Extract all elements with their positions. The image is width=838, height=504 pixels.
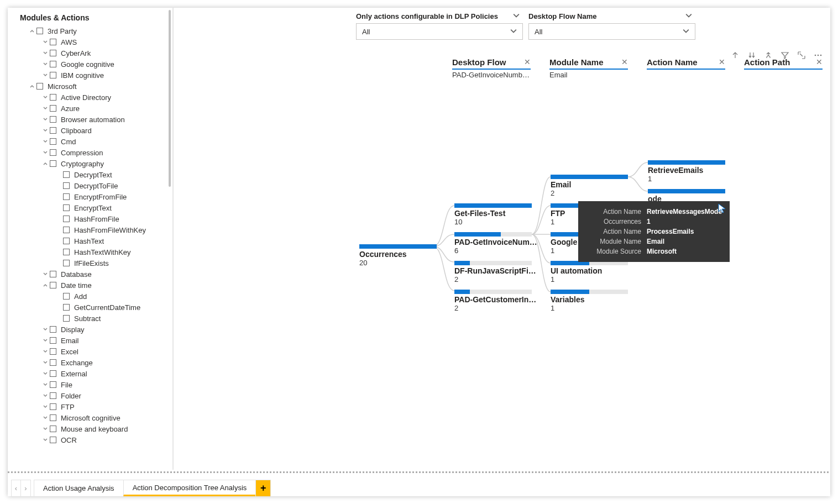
caret-down-icon[interactable] — [41, 71, 50, 80]
tree-item[interactable]: FTP — [14, 401, 172, 412]
checkbox[interactable] — [50, 426, 56, 432]
checkbox[interactable] — [63, 216, 70, 222]
tree-item[interactable]: Compression — [14, 147, 172, 158]
checkbox[interactable] — [50, 127, 56, 134]
tree-item[interactable]: Microsoft cognitive — [14, 412, 172, 423]
checkbox[interactable] — [50, 337, 56, 344]
decomp-node[interactable]: Get-Files-Test10 — [454, 203, 532, 226]
tree-item[interactable]: HashFromFileWithKey — [14, 224, 172, 235]
checkbox[interactable] — [50, 160, 56, 167]
tree-item[interactable]: IfFileExists — [14, 258, 172, 269]
checkbox[interactable] — [50, 392, 56, 399]
decomp-node[interactable]: PAD-GetCustomerInfo…2 — [454, 290, 537, 312]
caret-down-icon[interactable] — [41, 137, 50, 146]
tree-item[interactable]: Google cognitive — [14, 59, 172, 70]
caret-down-icon[interactable] — [41, 115, 50, 124]
caret-up-icon[interactable] — [41, 159, 50, 168]
checkbox[interactable] — [50, 72, 56, 78]
decomp-node[interactable]: UI automation1 — [551, 261, 628, 284]
checkbox[interactable] — [63, 204, 70, 211]
checkbox[interactable] — [36, 28, 43, 34]
checkbox[interactable] — [50, 39, 56, 45]
checkbox[interactable] — [63, 304, 70, 311]
tree-item[interactable]: DecryptText — [14, 169, 172, 180]
tree-item[interactable]: AWS — [14, 36, 172, 48]
checkbox[interactable] — [63, 171, 70, 178]
checkbox[interactable] — [50, 61, 56, 67]
caret-down-icon[interactable] — [41, 126, 50, 135]
tree-item[interactable]: Azure — [14, 103, 172, 114]
checkbox[interactable] — [36, 83, 43, 90]
tree-item[interactable]: Display — [14, 324, 172, 335]
checkbox[interactable] — [50, 116, 56, 123]
checkbox[interactable] — [50, 326, 56, 333]
caret-down-icon[interactable] — [41, 435, 50, 444]
tree-item[interactable]: Date time — [14, 280, 172, 291]
tree-item[interactable]: Exchange — [14, 357, 172, 368]
tree-item[interactable]: HashText — [14, 235, 172, 246]
tree-item[interactable]: Cmd — [14, 136, 172, 147]
tree-item[interactable]: OCR — [14, 434, 172, 445]
caret-down-icon[interactable] — [41, 325, 50, 334]
checkbox[interactable] — [50, 282, 56, 288]
caret-down-icon[interactable] — [41, 270, 50, 279]
checkbox[interactable] — [50, 348, 56, 355]
tree-item[interactable]: Cryptography — [14, 158, 172, 169]
caret-up-icon[interactable] — [41, 281, 50, 290]
tabs-prev-icon[interactable]: ‹ — [11, 480, 21, 496]
caret-down-icon[interactable] — [41, 369, 50, 378]
caret-down-icon[interactable] — [41, 402, 50, 411]
tree-item[interactable]: File — [14, 379, 172, 390]
decomp-node[interactable]: Variables1 — [551, 290, 628, 312]
tabs-next-icon[interactable]: › — [21, 480, 31, 496]
checkbox[interactable] — [50, 403, 56, 410]
checkbox[interactable] — [63, 227, 70, 233]
tree-item[interactable]: Add — [14, 291, 172, 302]
caret-up-icon[interactable] — [28, 27, 36, 35]
checkbox[interactable] — [50, 370, 56, 377]
tree-item[interactable]: Microsoft — [14, 81, 172, 92]
checkbox[interactable] — [50, 105, 56, 112]
modules-actions-panel[interactable]: Modules & Actions 3rd PartyAWSCyberArkGo… — [8, 8, 174, 470]
checkbox[interactable] — [50, 271, 56, 277]
tab-usage[interactable]: Action Usage Analysis — [34, 480, 124, 496]
caret-down-icon[interactable] — [41, 358, 50, 367]
caret-down-icon[interactable] — [41, 60, 50, 69]
tree-item[interactable]: HashFromFile — [14, 213, 172, 224]
checkbox[interactable] — [50, 149, 56, 156]
caret-down-icon[interactable] — [41, 104, 50, 113]
checkbox[interactable] — [63, 182, 70, 189]
checkbox[interactable] — [63, 193, 70, 200]
checkbox[interactable] — [63, 249, 70, 255]
caret-down-icon[interactable] — [41, 424, 50, 433]
tree-item[interactable]: Clipboard — [14, 125, 172, 136]
decomp-node[interactable]: RetrieveEmails1 — [648, 160, 725, 183]
checkbox[interactable] — [50, 437, 56, 443]
decomp-node[interactable]: Email2 — [551, 175, 628, 197]
checkbox[interactable] — [63, 260, 70, 266]
tree-item[interactable]: EncryptFromFile — [14, 191, 172, 202]
caret-down-icon[interactable] — [41, 38, 50, 46]
tree-item[interactable]: Email — [14, 335, 172, 346]
tree-item[interactable]: EncryptText — [14, 202, 172, 213]
decomp-node[interactable]: PAD-GetInvoiceNum…6 — [454, 232, 537, 255]
tab-decomposition[interactable]: Action Decomposition Tree Analysis — [123, 480, 256, 496]
tree-item[interactable]: IBM cognitive — [14, 70, 172, 81]
caret-down-icon[interactable] — [41, 391, 50, 400]
tree-item[interactable]: Mouse and keyboard — [14, 423, 172, 434]
checkbox[interactable] — [63, 238, 70, 244]
checkbox[interactable] — [50, 359, 56, 366]
tree-item[interactable]: External — [14, 368, 172, 379]
tree-item[interactable]: Folder — [14, 390, 172, 401]
checkbox[interactable] — [63, 293, 70, 300]
tree-item[interactable]: CyberArk — [14, 48, 172, 59]
tree-item[interactable]: 3rd Party — [14, 25, 172, 36]
tab-add[interactable]: + — [255, 480, 271, 496]
checkbox[interactable] — [63, 315, 70, 322]
decomp-node-root[interactable]: Occurrences 20 — [359, 244, 437, 267]
caret-down-icon[interactable] — [41, 347, 50, 356]
caret-down-icon[interactable] — [41, 49, 50, 57]
tree-item[interactable]: Subtract — [14, 313, 172, 324]
checkbox[interactable] — [50, 94, 56, 101]
caret-down-icon[interactable] — [41, 336, 50, 345]
